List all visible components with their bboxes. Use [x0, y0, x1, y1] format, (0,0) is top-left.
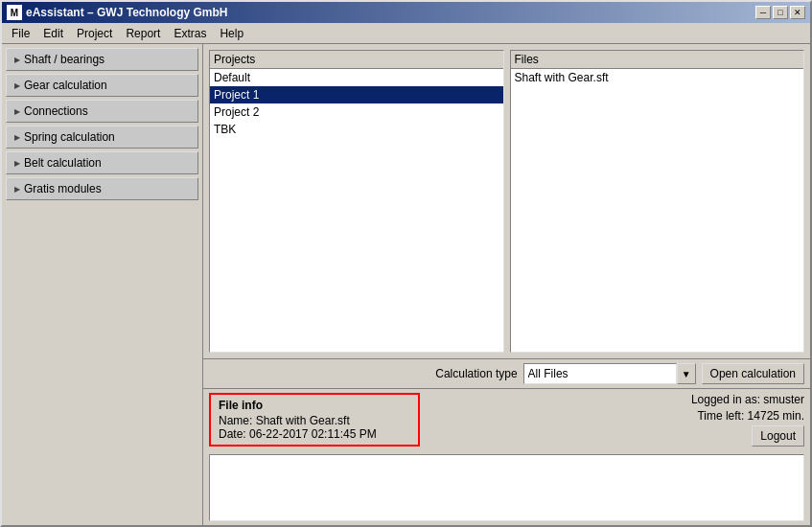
project-item-project2[interactable]: Project 2	[210, 103, 503, 121]
open-calculation-button[interactable]: Open calculation	[702, 363, 804, 384]
calc-type-label: Calculation type	[435, 367, 517, 380]
project-item-tbk[interactable]: TBK	[210, 121, 503, 138]
menu-help[interactable]: Help	[214, 25, 249, 42]
sidebar: ▶ Shaft / bearings ▶ Gear calculation ▶ …	[2, 44, 203, 525]
menu-bar: File Edit Project Report Extras Help	[2, 23, 810, 44]
main-window: M eAssistant – GWJ Technology GmbH ─ □ ✕…	[0, 0, 812, 527]
menu-file[interactable]: File	[6, 25, 35, 42]
calc-type-dropdown-button[interactable]: ▼	[677, 363, 696, 384]
calc-type-wrapper: ▼	[523, 363, 696, 384]
files-list[interactable]: Shaft with Gear.sft	[511, 69, 804, 352]
close-button[interactable]: ✕	[790, 6, 805, 19]
file-item-shaft-gear[interactable]: Shaft with Gear.sft	[511, 69, 804, 86]
sidebar-label-shaft-bearings: Shaft / bearings	[24, 53, 104, 66]
info-section: File info Name: Shaft with Gear.sft Date…	[203, 388, 810, 450]
arrow-icon: ▶	[14, 159, 20, 168]
maximize-button[interactable]: □	[773, 6, 788, 19]
menu-project[interactable]: Project	[71, 25, 118, 42]
project-item-default[interactable]: Default	[210, 69, 503, 86]
logout-button[interactable]: Logout	[752, 425, 804, 447]
file-info-box: File info Name: Shaft with Gear.sft Date…	[209, 393, 420, 447]
files-panel: Files Shaft with Gear.sft	[510, 50, 805, 353]
sidebar-label-gratis-modules: Gratis modules	[24, 182, 102, 195]
file-info-name: Name: Shaft with Gear.sft	[219, 414, 410, 427]
arrow-icon: ▶	[14, 185, 20, 194]
menu-extras[interactable]: Extras	[168, 25, 212, 42]
time-left-text: Time left: 14725 min.	[697, 409, 804, 423]
files-label: Files	[511, 51, 804, 69]
project-item-project1[interactable]: Project 1	[210, 86, 503, 103]
menu-report[interactable]: Report	[120, 25, 166, 42]
projects-list[interactable]: Default Project 1 Project 2 TBK	[210, 69, 503, 352]
sidebar-item-spring-calculation[interactable]: ▶ Spring calculation	[6, 126, 198, 149]
sidebar-item-shaft-bearings[interactable]: ▶ Shaft / bearings	[6, 48, 198, 71]
bottom-empty-panel	[209, 454, 804, 521]
arrow-icon: ▶	[14, 56, 20, 64]
sidebar-item-belt-calculation[interactable]: ▶ Belt calculation	[6, 151, 198, 174]
sidebar-label-spring-calculation: Spring calculation	[24, 130, 115, 144]
top-section: Projects Default Project 1 Project 2 TBK…	[203, 44, 810, 358]
sidebar-item-connections[interactable]: ▶ Connections	[6, 100, 198, 123]
sidebar-label-connections: Connections	[24, 104, 88, 118]
sidebar-item-gratis-modules[interactable]: ▶ Gratis modules	[6, 177, 198, 200]
window-title: eAssistant – GWJ Technology GmbH	[26, 6, 227, 19]
arrow-icon: ▶	[14, 133, 20, 142]
minimize-button[interactable]: ─	[755, 6, 771, 19]
calc-toolbar: Calculation type ▼ Open calculation	[203, 358, 810, 388]
window-controls: ─ □ ✕	[755, 6, 805, 19]
projects-label: Projects	[210, 51, 503, 69]
file-info-date: Date: 06-22-2017 02:11:45 PM	[219, 427, 410, 441]
sidebar-label-gear-calculation: Gear calculation	[24, 79, 107, 92]
menu-edit[interactable]: Edit	[37, 25, 69, 42]
projects-panel: Projects Default Project 1 Project 2 TBK	[209, 50, 504, 353]
app-icon: M	[7, 5, 22, 20]
file-info-title: File info	[219, 399, 410, 412]
sidebar-label-belt-calculation: Belt calculation	[24, 156, 102, 170]
sidebar-item-gear-calculation[interactable]: ▶ Gear calculation	[6, 74, 198, 97]
login-info: Logged in as: smuster Time left: 14725 m…	[691, 393, 804, 447]
main-content: ▶ Shaft / bearings ▶ Gear calculation ▶ …	[2, 44, 810, 525]
title-bar-left: M eAssistant – GWJ Technology GmbH	[7, 5, 227, 20]
arrow-icon: ▶	[14, 81, 20, 90]
calc-type-input[interactable]	[523, 363, 677, 384]
right-panel: Projects Default Project 1 Project 2 TBK…	[203, 44, 810, 525]
logged-in-text: Logged in as: smuster	[691, 393, 804, 406]
arrow-icon: ▶	[14, 107, 20, 116]
title-bar: M eAssistant – GWJ Technology GmbH ─ □ ✕	[2, 2, 810, 23]
